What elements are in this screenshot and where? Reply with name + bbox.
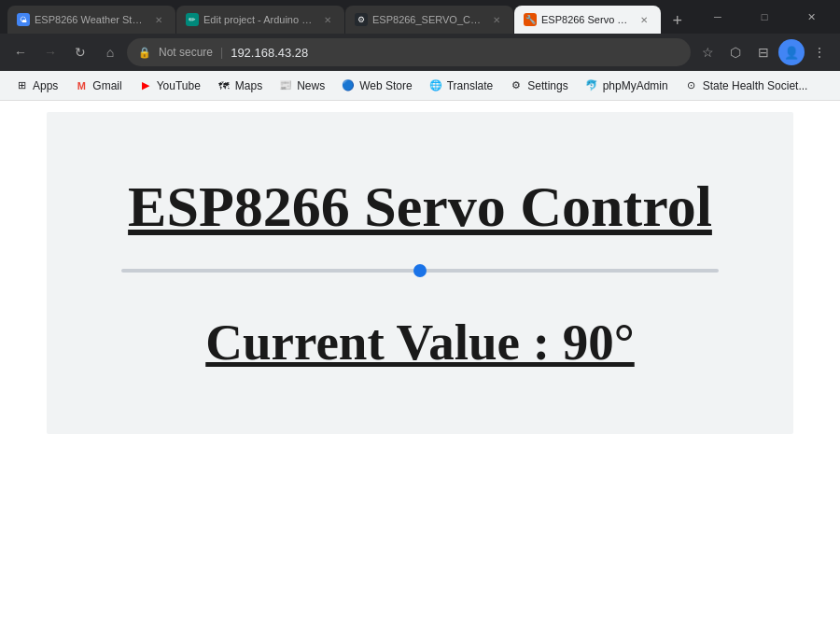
tab2-close-button[interactable]: ✕ — [320, 12, 335, 27]
tab1-close-button[interactable]: ✕ — [151, 12, 166, 27]
menu-button[interactable]: ⋮ — [806, 39, 833, 65]
tab4-favicon: 🔧 — [524, 13, 537, 26]
phpmyadmin-label: phpMyAdmin — [603, 79, 668, 92]
maximize-button[interactable]: □ — [743, 2, 786, 32]
cast-button[interactable]: ⬡ — [722, 39, 749, 65]
maps-label: Maps — [235, 79, 262, 92]
bookmark-statehealth[interactable]: ⊙ State Health Societ... — [678, 76, 816, 96]
slider-container[interactable] — [121, 257, 719, 285]
title-bar: 🌤 ESP8266 Weather Station with S ✕ ✏ Edi… — [0, 0, 840, 34]
phpmyadmin-icon: 🐬 — [585, 79, 598, 92]
address-bar: ← → ↻ ⌂ 🔒 Not secure | 192.168.43.28 ☆ ⬡… — [0, 34, 840, 71]
bookmark-news[interactable]: 📰 News — [272, 76, 332, 96]
new-tab-button[interactable]: + — [665, 7, 689, 34]
close-button[interactable]: ✕ — [790, 2, 833, 32]
slider-thumb — [413, 264, 427, 277]
youtube-icon: ▶ — [139, 79, 152, 92]
tab1-title: ESP8266 Weather Station with S — [35, 14, 147, 25]
translate-label: Translate — [447, 79, 494, 92]
bookmark-youtube[interactable]: ▶ YouTube — [132, 76, 208, 96]
bookmark-settings[interactable]: ⚙ Settings — [502, 76, 575, 96]
security-label: Not secure — [159, 46, 213, 59]
page-title: ESP8266 Servo Control — [128, 175, 712, 238]
tabs-container: 🌤 ESP8266 Weather Station with S ✕ ✏ Edi… — [7, 0, 689, 34]
history-button[interactable]: ⊟ — [750, 39, 777, 65]
tab-3[interactable]: ⚙ ESP8266_SERVO_CONTROLLER/ ✕ — [345, 6, 513, 34]
bookmark-phpmyadmin[interactable]: 🐬 phpMyAdmin — [578, 76, 676, 96]
bookmark-gmail[interactable]: M Gmail — [67, 76, 129, 96]
gmail-icon: M — [75, 79, 88, 92]
reload-button[interactable]: ↻ — [67, 39, 93, 65]
gmail-label: Gmail — [92, 79, 121, 92]
below-content-area — [0, 445, 840, 630]
tab2-title: Edit project - Arduino Project H — [203, 14, 316, 25]
bookmark-translate[interactable]: 🌐 Translate — [422, 76, 501, 96]
webstore-icon: 🔵 — [342, 79, 355, 92]
news-label: News — [297, 79, 325, 92]
statehealth-label: State Health Societ... — [703, 79, 808, 92]
settings-label: Settings — [527, 79, 567, 92]
back-button[interactable]: ← — [7, 39, 34, 65]
apps-icon: ⊞ — [15, 79, 28, 92]
address-actions: ☆ ⬡ ⊟ 👤 ⋮ — [694, 39, 833, 65]
bookmark-webstore[interactable]: 🔵 Web Store — [334, 76, 419, 96]
minimize-button[interactable]: ─ — [696, 2, 739, 32]
news-icon: 📰 — [279, 79, 292, 92]
bookmark-apps[interactable]: ⊞ Apps — [7, 76, 65, 96]
tab4-title: ESP8266 Servo Control — [541, 14, 633, 25]
settings-icon: ⚙ — [510, 79, 523, 92]
forward-button[interactable]: → — [37, 39, 63, 65]
tab4-close-button[interactable]: ✕ — [637, 12, 651, 27]
url-text: 192.168.43.28 — [231, 46, 679, 60]
maps-icon: 🗺 — [217, 79, 231, 92]
tab3-title: ESP8266_SERVO_CONTROLLER/ — [372, 14, 485, 25]
window-controls: ─ □ ✕ — [696, 2, 833, 32]
statehealth-icon: ⊙ — [685, 79, 698, 92]
tab-2[interactable]: ✏ Edit project - Arduino Project H ✕ — [176, 6, 344, 34]
translate-icon: 🌐 — [429, 79, 442, 92]
apps-label: Apps — [33, 79, 58, 92]
lock-icon: 🔒 — [138, 47, 151, 59]
webstore-label: Web Store — [359, 79, 412, 92]
star-button[interactable]: ☆ — [694, 39, 721, 65]
tab-4-active[interactable]: 🔧 ESP8266 Servo Control ✕ — [514, 6, 661, 34]
bookmarks-bar: ⊞ Apps M Gmail ▶ YouTube 🗺 Maps 📰 News 🔵… — [0, 71, 840, 101]
url-separator: | — [220, 46, 223, 59]
profile-button[interactable]: 👤 — [778, 39, 805, 65]
tab2-favicon: ✏ — [186, 13, 199, 26]
slider-track — [121, 269, 719, 273]
page-area: ESP8266 Servo Control Current Value : 90… — [0, 112, 840, 630]
home-button[interactable]: ⌂ — [97, 39, 123, 65]
browser-frame: 🌤 ESP8266 Weather Station with S ✕ ✏ Edi… — [0, 0, 840, 101]
tab1-favicon: 🌤 — [17, 13, 30, 26]
current-value-label: Current Value : 90° — [205, 313, 634, 371]
tab3-favicon: ⚙ — [355, 13, 368, 26]
youtube-label: YouTube — [157, 79, 201, 92]
url-bar[interactable]: 🔒 Not secure | 192.168.43.28 — [127, 38, 691, 66]
tab3-close-button[interactable]: ✕ — [489, 12, 504, 27]
tab-1[interactable]: 🌤 ESP8266 Weather Station with S ✕ — [7, 6, 175, 34]
bookmark-maps[interactable]: 🗺 Maps — [210, 76, 270, 96]
page-content: ESP8266 Servo Control Current Value : 90… — [47, 112, 793, 434]
